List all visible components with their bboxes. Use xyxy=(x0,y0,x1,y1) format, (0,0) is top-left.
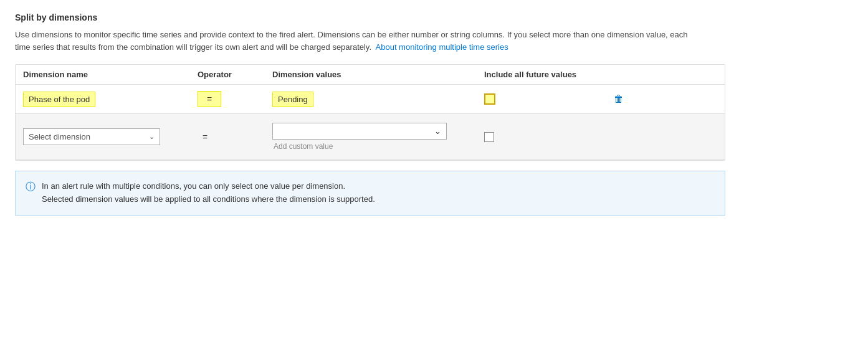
info-banner-text: In an alert rule with multiple condition… xyxy=(42,180,375,206)
add-custom-label[interactable]: Add custom value xyxy=(272,142,484,151)
dimension-name-value: Phase of the pod xyxy=(23,92,95,107)
dimensions-table: Dimension name Operator Dimension values… xyxy=(15,64,725,161)
header-include-future: Include all future values xyxy=(484,70,609,79)
dimension-value: Pending xyxy=(272,92,313,107)
table-row: Phase of the pod = Pending 🗑 xyxy=(16,85,725,114)
new-include-future-checkbox[interactable] xyxy=(484,132,494,142)
info-icon: ⓘ xyxy=(26,181,36,194)
operator-cell: = xyxy=(198,91,272,107)
table-header-row: Dimension name Operator Dimension values… xyxy=(16,65,725,85)
select-dimension-label: Select dimension xyxy=(29,132,90,141)
description-text: Use dimensions to monitor specific time … xyxy=(15,29,700,53)
operator-value: = xyxy=(198,91,221,107)
delete-cell: 🗑 xyxy=(609,93,646,105)
delete-icon[interactable]: 🗑 xyxy=(614,93,624,105)
values-chevron-icon: ⌄ xyxy=(434,126,441,136)
values-dropdown[interactable]: ⌄ xyxy=(272,123,447,140)
new-operator-value: = xyxy=(198,132,212,142)
section-title: Split by dimensions xyxy=(15,12,853,22)
info-line2: Selected dimension values will be applie… xyxy=(42,193,375,206)
info-line1: In an alert rule with multiple condition… xyxy=(42,180,375,193)
learn-more-link[interactable]: About monitoring multiple time series xyxy=(376,42,508,52)
new-include-future-cell xyxy=(484,132,609,142)
header-dimension-values: Dimension values xyxy=(272,70,484,79)
new-row: Select dimension ⌄ = ⌄ Add custom value xyxy=(16,114,725,160)
chevron-down-icon: ⌄ xyxy=(149,133,155,141)
include-future-cell xyxy=(484,93,609,105)
header-dimension-name: Dimension name xyxy=(23,70,198,79)
info-banner: ⓘ In an alert rule with multiple conditi… xyxy=(15,171,725,216)
new-operator-cell: = xyxy=(198,132,272,142)
dimension-name-cell: Phase of the pod xyxy=(23,92,198,107)
new-values-cell: ⌄ Add custom value xyxy=(272,123,484,151)
header-operator: Operator xyxy=(198,70,272,79)
select-dimension-cell: Select dimension ⌄ xyxy=(23,128,198,145)
header-actions xyxy=(609,70,646,79)
select-dimension-dropdown[interactable]: Select dimension ⌄ xyxy=(23,128,160,145)
include-future-checkbox[interactable] xyxy=(484,93,495,105)
dimension-value-cell: Pending xyxy=(272,92,484,107)
